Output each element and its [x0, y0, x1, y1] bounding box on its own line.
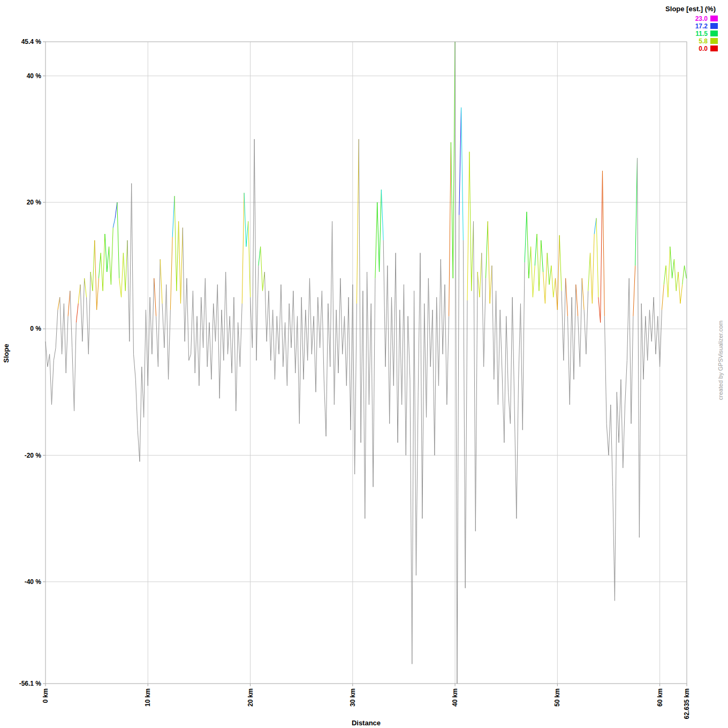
series-segment — [492, 266, 494, 380]
series-segment — [322, 291, 324, 379]
series-segment — [682, 266, 685, 284]
series-segment — [576, 285, 578, 316]
series-segment — [234, 297, 236, 411]
series-segment — [185, 278, 187, 342]
series-segment — [316, 297, 318, 392]
series-segment — [130, 184, 132, 342]
series-segment — [164, 285, 166, 348]
series-segment — [420, 253, 422, 519]
y-tick-label: -56.1 % — [19, 680, 42, 687]
legend-title: Slope [est.] (%) — [665, 5, 716, 13]
series-segment — [527, 212, 529, 278]
series-segment — [445, 285, 447, 405]
series-segment — [422, 304, 424, 519]
series-segment — [514, 405, 517, 519]
series-segment — [615, 392, 617, 601]
series-segment — [205, 278, 207, 367]
series-segment — [222, 310, 224, 361]
x-tick-label: 50 km — [553, 688, 561, 707]
series-segment — [123, 253, 125, 291]
series-segment — [594, 218, 596, 234]
series-segment — [199, 297, 201, 385]
series-segment — [74, 322, 77, 411]
y-tick-label: -20 % — [25, 452, 42, 459]
series-segment — [66, 316, 68, 373]
series-segment — [125, 240, 127, 291]
series-segment — [273, 310, 275, 380]
series-segment — [472, 221, 474, 291]
series-segment — [598, 297, 601, 322]
series-segment — [355, 304, 357, 474]
series-segment — [590, 253, 593, 304]
series-segment — [490, 266, 492, 304]
series-segment — [457, 215, 459, 684]
series-segment — [334, 310, 336, 405]
legend: Slope [est.] (%) 23.017.211.55.80.0 — [665, 5, 718, 52]
series-segment — [346, 297, 348, 385]
series-segment — [359, 139, 361, 443]
series-segment — [646, 316, 648, 361]
series-segment — [287, 304, 289, 386]
series-segment — [547, 253, 549, 285]
series-segment — [98, 253, 101, 278]
legend-entry-swatch — [710, 23, 718, 29]
series-segment — [127, 240, 130, 342]
series-segment — [631, 316, 633, 424]
series-segment — [537, 234, 539, 291]
series-segment — [480, 253, 482, 298]
series-segment — [570, 297, 572, 405]
series-segment — [418, 253, 420, 392]
series-segment — [443, 285, 445, 354]
series-segment — [635, 158, 638, 266]
series-segment — [424, 304, 427, 418]
series-segment — [248, 221, 251, 297]
series-segment — [148, 297, 150, 385]
series-segment — [144, 310, 146, 418]
series-segment — [517, 380, 519, 519]
series-segment — [455, 42, 457, 684]
series-segment — [115, 202, 117, 218]
series-segment — [381, 189, 383, 240]
series-segment — [267, 291, 269, 342]
series-segment — [152, 278, 154, 354]
series-segment — [672, 259, 674, 278]
series-segment — [666, 266, 668, 297]
series-segment — [435, 297, 437, 455]
series-segment — [465, 300, 467, 588]
series-segment — [553, 278, 556, 297]
series-segment — [344, 316, 346, 386]
series-segment — [46, 342, 48, 367]
series-segment — [76, 304, 78, 322]
series-segment — [309, 278, 312, 354]
series-segment — [216, 285, 218, 342]
series-segment — [398, 310, 400, 443]
series-segment — [289, 304, 291, 348]
series-segment — [314, 316, 316, 392]
series-segment — [623, 405, 625, 468]
series-segment — [365, 272, 367, 519]
series-segment — [252, 139, 254, 348]
series-segment — [191, 291, 193, 354]
series-segment — [242, 193, 244, 304]
series-segment — [51, 360, 54, 405]
series-segment — [668, 247, 670, 298]
series-segment — [375, 202, 377, 278]
series-segment — [613, 487, 615, 601]
series-segment — [648, 310, 650, 361]
series-segment — [402, 285, 404, 405]
series-segment — [469, 152, 472, 291]
x-tick-label: 30 km — [349, 688, 357, 707]
series-segment — [193, 291, 195, 373]
series-segment — [596, 218, 598, 298]
series-segment — [651, 297, 654, 342]
y-tick-label: -40 % — [25, 578, 42, 586]
legend-entry-value: 0.0 — [699, 45, 708, 52]
series-segment — [338, 278, 340, 373]
series-segment — [175, 196, 177, 291]
series-segment — [228, 316, 230, 354]
series-segment — [611, 405, 613, 487]
series-segment — [638, 158, 640, 537]
series-segment — [180, 228, 183, 304]
series-segment — [107, 247, 109, 272]
series-segment — [504, 316, 506, 443]
